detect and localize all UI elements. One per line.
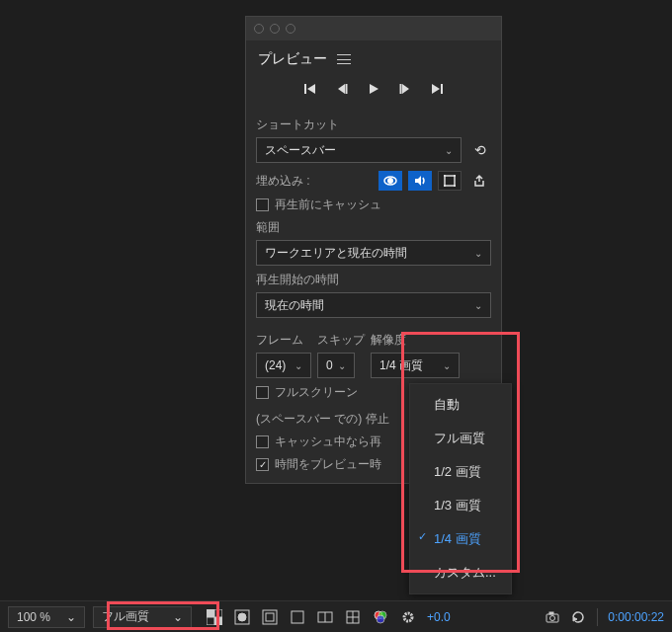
svg-rect-0: [304, 84, 306, 94]
svg-marker-4: [370, 84, 378, 94]
frame-label: フレーム: [256, 332, 311, 349]
play-button[interactable]: [367, 82, 380, 99]
grid-icon[interactable]: [344, 608, 362, 626]
skip-label: スキップ: [317, 332, 365, 349]
svg-point-9: [387, 178, 393, 184]
safe-zones-icon[interactable]: [316, 608, 334, 626]
last-frame-button[interactable]: [430, 82, 444, 99]
window-min-dot[interactable]: [270, 24, 280, 34]
snapshot-icon[interactable]: [544, 608, 561, 626]
guides-icon[interactable]: [289, 608, 306, 626]
svg-rect-23: [266, 613, 274, 621]
svg-marker-1: [307, 84, 315, 94]
shortcut-label: ショートカット: [256, 117, 491, 133]
footer-icons: +0.0: [206, 608, 451, 626]
svg-point-35: [550, 615, 555, 620]
reset-button[interactable]: ⟲: [469, 139, 491, 161]
svg-rect-15: [444, 185, 446, 187]
video-toggle-icon[interactable]: [378, 171, 402, 191]
frame-select[interactable]: (24)⌄: [256, 353, 311, 378]
transparency-grid-icon[interactable]: [206, 608, 223, 626]
next-frame-button[interactable]: [398, 82, 412, 99]
resolution-select[interactable]: 1/4 画質⌄: [371, 353, 460, 378]
first-frame-button[interactable]: [303, 82, 317, 99]
footer-bar: 100 %⌄ フル画質⌄ +0.0 0:00:00:22: [0, 600, 672, 632]
range-label: 範囲: [256, 219, 491, 236]
panel-header: プレビュー: [246, 40, 501, 78]
embed-label: 埋め込み :: [256, 173, 310, 190]
zoom-select[interactable]: 100 %⌄: [8, 606, 85, 628]
svg-rect-3: [346, 84, 348, 94]
region-icon[interactable]: [261, 608, 279, 626]
resolution-option-quarter[interactable]: 1/4 画質: [410, 522, 511, 556]
resolution-option-custom[interactable]: カスタム...: [410, 556, 511, 590]
range-select[interactable]: ワークエリアと現在の時間⌄: [256, 240, 491, 266]
svg-marker-37: [573, 617, 577, 621]
prev-frame-button[interactable]: [335, 82, 349, 99]
svg-rect-6: [400, 84, 402, 94]
exposure-icon[interactable]: [399, 608, 417, 626]
svg-marker-11: [415, 176, 421, 186]
svg-rect-14: [454, 175, 456, 177]
window-titlebar: [246, 17, 501, 40]
timecode[interactable]: 0:00:00:22: [608, 610, 664, 624]
shortcut-select[interactable]: スペースバー⌄: [256, 137, 462, 163]
resolution-label: 解像度: [371, 332, 460, 349]
playfrom-label: 再生開始の時間: [256, 272, 491, 288]
cache-before-play-checkbox[interactable]: 再生前にキャッシュ: [256, 197, 491, 213]
window-close-dot[interactable]: [254, 24, 264, 34]
resolution-option-half[interactable]: 1/2 画質: [410, 455, 511, 489]
resolution-dropdown: 自動 フル画質 1/2 画質 1/3 画質 1/4 画質 カスタム...: [409, 383, 512, 594]
channels-icon[interactable]: [372, 608, 389, 626]
svg-rect-22: [263, 610, 277, 624]
svg-rect-12: [445, 176, 455, 186]
footer-resolution-select[interactable]: フル画質⌄: [93, 606, 192, 628]
panel-menu-icon[interactable]: [337, 54, 351, 64]
resolution-option-auto[interactable]: 自動: [410, 388, 511, 422]
svg-marker-2: [338, 84, 345, 94]
svg-marker-5: [402, 84, 409, 94]
svg-marker-7: [432, 84, 440, 94]
overlay-toggle-icon[interactable]: [438, 171, 462, 191]
mask-icon[interactable]: [233, 608, 251, 626]
playfrom-select[interactable]: 現在の時間⌄: [256, 292, 491, 318]
svg-rect-24: [292, 611, 303, 623]
svg-rect-18: [207, 609, 214, 617]
svg-rect-16: [454, 185, 456, 187]
resolution-option-full[interactable]: フル画質: [410, 422, 511, 455]
audio-toggle-icon[interactable]: [408, 171, 432, 191]
exposure-value[interactable]: +0.0: [427, 610, 451, 624]
skip-select[interactable]: 0⌄: [317, 353, 355, 378]
svg-rect-8: [441, 84, 443, 94]
share-icon[interactable]: [467, 171, 491, 191]
resolution-option-third[interactable]: 1/3 画質: [410, 489, 511, 522]
window-max-dot[interactable]: [286, 24, 295, 34]
svg-rect-19: [214, 617, 222, 625]
svg-point-21: [238, 613, 246, 621]
panel-title: プレビュー: [258, 50, 327, 68]
svg-rect-13: [444, 175, 446, 177]
refresh-icon[interactable]: [569, 608, 587, 626]
svg-point-32: [377, 615, 384, 623]
svg-rect-36: [549, 612, 553, 614]
svg-point-33: [404, 613, 412, 621]
playback-controls: [246, 78, 501, 111]
